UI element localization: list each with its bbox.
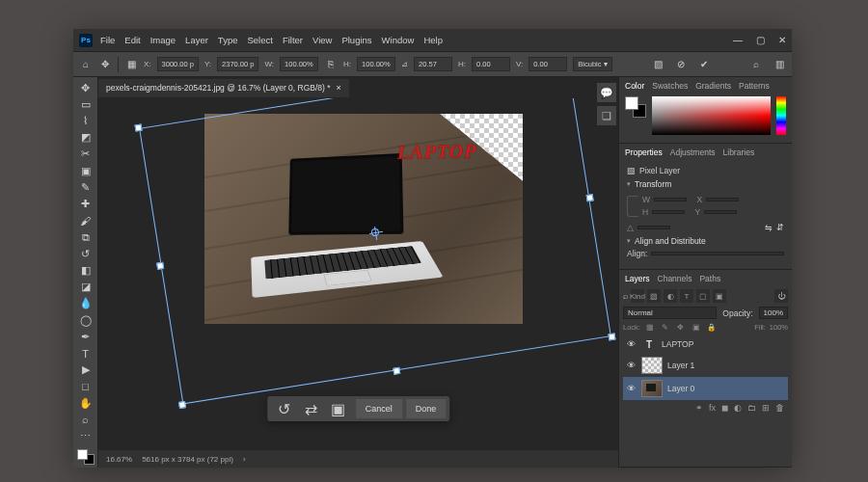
- tab-swatches[interactable]: Swatches: [652, 81, 688, 91]
- tool-path-select[interactable]: ▶: [76, 362, 95, 378]
- tool-object-select[interactable]: ◩: [76, 130, 95, 146]
- transform-handle-b[interactable]: [393, 367, 400, 375]
- menu-layer[interactable]: Layer: [185, 35, 208, 45]
- orientation-icon[interactable]: ⇄: [298, 398, 325, 419]
- tab-libraries[interactable]: Libraries: [723, 147, 755, 157]
- close-tab-icon[interactable]: ×: [337, 83, 341, 93]
- reference-point-icon[interactable]: ▦: [124, 58, 138, 71]
- transform-handle-br[interactable]: [608, 333, 615, 340]
- tool-rectangle[interactable]: □: [76, 379, 95, 394]
- tool-eyedropper[interactable]: ✎: [76, 179, 95, 195]
- fill-field[interactable]: 100%: [770, 323, 788, 332]
- tab-paths[interactable]: Paths: [699, 274, 720, 283]
- transform-handle-tl[interactable]: [135, 124, 143, 132]
- panel-icon-comments[interactable]: 💬: [597, 83, 616, 102]
- document-tab[interactable]: pexels-craigmdennis-205421.jpg @ 16.7% (…: [98, 79, 349, 97]
- prop-angle-field[interactable]: [637, 226, 670, 229]
- h-field[interactable]: 100.00%: [357, 57, 395, 71]
- lock-paint-icon[interactable]: ✎: [660, 321, 671, 333]
- skew-v-field[interactable]: 0.00: [529, 57, 567, 71]
- filter-adjust-icon[interactable]: ◐: [664, 289, 677, 303]
- cancel-transform-icon[interactable]: ⊘: [674, 58, 688, 71]
- flip-v-icon[interactable]: ⇵: [776, 223, 784, 232]
- done-button[interactable]: Done: [406, 399, 447, 418]
- layer-row-laptop-text[interactable]: 👁 T LAPTOP: [623, 335, 788, 354]
- prop-w-field[interactable]: [654, 198, 687, 201]
- tab-layers[interactable]: Layers: [625, 274, 650, 283]
- tool-dodge[interactable]: ◯: [76, 312, 95, 328]
- layer-row-layer1[interactable]: 👁 Layer 1: [623, 354, 788, 377]
- panel-icon-history[interactable]: ❏: [597, 106, 616, 125]
- tab-adjustments[interactable]: Adjustments: [670, 147, 716, 157]
- color-field[interactable]: [652, 96, 771, 135]
- layer-name[interactable]: LAPTOP: [662, 339, 693, 349]
- transform-handle-l[interactable]: [156, 262, 164, 270]
- minimize-button[interactable]: —: [733, 35, 743, 45]
- tool-healing[interactable]: ✚: [76, 197, 95, 212]
- link-layers-icon[interactable]: ⚭: [695, 403, 703, 413]
- tab-color[interactable]: Color: [625, 81, 644, 91]
- tool-blur[interactable]: 💧: [76, 296, 95, 311]
- tab-channels[interactable]: Channels: [658, 274, 692, 283]
- adjustment-icon[interactable]: ◐: [734, 403, 742, 413]
- filter-smart-icon[interactable]: ▣: [713, 289, 726, 303]
- transform-section-title[interactable]: Transform: [627, 179, 784, 189]
- angle-field[interactable]: 20.57: [414, 57, 452, 71]
- interpolation-select[interactable]: Bicubic ▾: [573, 57, 611, 71]
- visibility-toggle[interactable]: 👁: [625, 384, 637, 393]
- prop-y-field[interactable]: [704, 210, 737, 214]
- maximize-button[interactable]: ▢: [756, 35, 765, 45]
- layer-row-layer0[interactable]: 👁 Layer 0: [623, 377, 788, 400]
- tool-move[interactable]: ✥: [76, 80, 95, 95]
- mask-icon[interactable]: ◼: [721, 403, 728, 413]
- filter-toggle[interactable]: ⏻: [774, 289, 788, 303]
- menu-image[interactable]: Image: [150, 35, 176, 45]
- tab-properties[interactable]: Properties: [625, 147, 663, 157]
- lock-artboard-icon[interactable]: ▣: [691, 321, 702, 333]
- status-caret-icon[interactable]: ›: [243, 455, 246, 464]
- menu-window[interactable]: Window: [382, 35, 415, 45]
- tool-edit-toolbar[interactable]: ⋯: [76, 429, 95, 444]
- reset-transform-icon[interactable]: ↺: [271, 398, 298, 419]
- hue-slider[interactable]: [776, 96, 786, 135]
- canvas[interactable]: LAPTOP ↺ ⇄ ▣: [98, 98, 618, 450]
- visibility-toggle[interactable]: 👁: [625, 339, 637, 349]
- layer-name[interactable]: Layer 0: [667, 384, 694, 393]
- align-section-title[interactable]: Align and Distribute: [627, 236, 784, 246]
- prop-h-field[interactable]: [652, 210, 685, 214]
- link-wh-toggle[interactable]: [627, 196, 638, 217]
- link-wh-icon[interactable]: ⎘: [324, 58, 338, 71]
- prop-x-field[interactable]: [706, 198, 739, 201]
- opacity-field[interactable]: 100%: [759, 307, 788, 319]
- foreground-background-swatches[interactable]: [77, 449, 95, 465]
- color-swatch-pair[interactable]: [625, 96, 646, 118]
- filter-pixel-icon[interactable]: ▧: [647, 289, 661, 303]
- tab-gradients[interactable]: Gradients: [695, 81, 731, 91]
- ratio-icon[interactable]: ▣: [325, 398, 352, 419]
- fx-icon[interactable]: fx: [709, 403, 716, 413]
- zoom-readout[interactable]: 16.67%: [106, 455, 132, 464]
- x-field[interactable]: 3000.00 p: [157, 57, 199, 71]
- lock-pos-icon[interactable]: ✥: [675, 321, 687, 333]
- commit-transform-icon[interactable]: ✔: [697, 58, 711, 71]
- tool-clone[interactable]: ⧉: [76, 229, 95, 245]
- menu-file[interactable]: File: [100, 35, 115, 45]
- filter-shape-icon[interactable]: ▢: [696, 289, 710, 303]
- new-layer-icon[interactable]: ⊞: [762, 403, 770, 413]
- skew-h-field[interactable]: 0.00: [472, 57, 510, 71]
- lock-trans-icon[interactable]: ▦: [644, 321, 656, 333]
- tool-lasso[interactable]: ⌇: [76, 113, 95, 128]
- menu-edit[interactable]: Edit: [124, 35, 140, 45]
- search-icon[interactable]: ⌕: [749, 58, 763, 71]
- delete-layer-icon[interactable]: 🗑: [775, 403, 784, 413]
- align-select[interactable]: [651, 252, 784, 255]
- tab-patterns[interactable]: Patterns: [739, 81, 770, 91]
- filter-kind-select[interactable]: Kind: [631, 289, 644, 303]
- w-field[interactable]: 100.00%: [280, 57, 318, 71]
- menu-filter[interactable]: Filter: [283, 35, 303, 45]
- flip-h-icon[interactable]: ⇋: [765, 223, 773, 232]
- y-field[interactable]: 2370.00 p: [217, 57, 258, 71]
- visibility-toggle[interactable]: 👁: [625, 361, 637, 370]
- blend-mode-select[interactable]: Normal: [623, 307, 717, 319]
- tool-pen[interactable]: ✒: [76, 329, 95, 344]
